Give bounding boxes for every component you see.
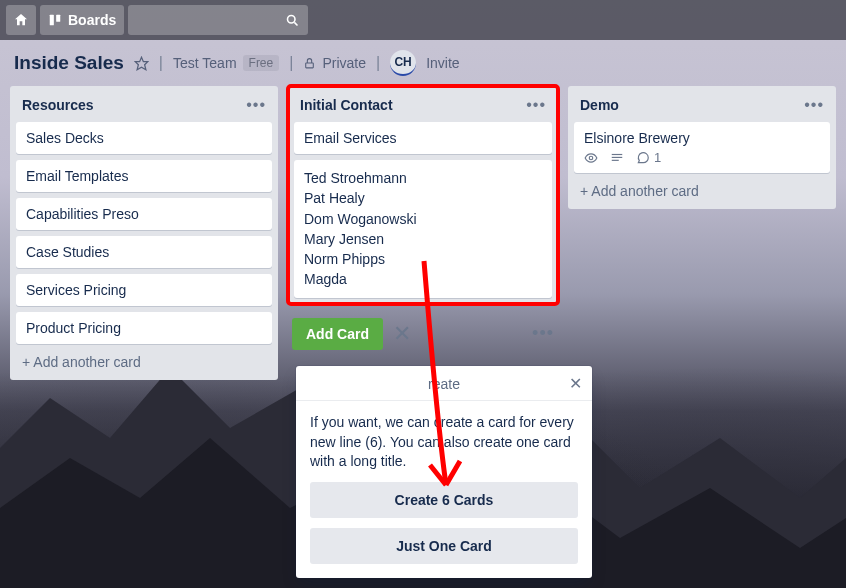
list-menu-button[interactable]: ••• [526,96,546,114]
card[interactable]: Capabilities Preso [16,198,272,230]
card[interactable]: Email Templates [16,160,272,192]
card[interactable]: Product Pricing [16,312,272,344]
card[interactable]: Sales Decks [16,122,272,154]
popup-title: reate [428,376,460,392]
svg-rect-8 [612,156,623,157]
lists-container: Resources ••• Sales Decks Email Template… [0,86,846,380]
svg-rect-1 [56,15,60,22]
svg-point-6 [589,156,593,160]
card-title: Elsinore Brewery [584,130,820,146]
add-card-button[interactable]: Add Card [292,318,383,350]
add-card-link[interactable]: Add another card [574,179,830,203]
description-icon [610,151,624,165]
card[interactable]: Elsinore Brewery 1 [574,122,830,173]
svg-rect-0 [50,15,54,26]
card[interactable]: Case Studies [16,236,272,268]
svg-marker-4 [135,57,148,70]
svg-rect-9 [612,159,619,160]
card[interactable]: Services Pricing [16,274,272,306]
team-link[interactable]: Test Team Free [173,55,279,71]
cancel-compose-button[interactable]: ✕ [393,323,411,345]
list-title[interactable]: Demo [580,97,619,113]
list-resources: Resources ••• Sales Decks Email Template… [10,86,278,380]
board-title: Inside Sales [14,52,124,74]
popup-close-button[interactable]: ✕ [569,374,582,393]
add-card-link[interactable]: Add another card [16,350,272,374]
top-bar: Boards [0,0,846,40]
list-menu-button[interactable]: ••• [246,96,266,114]
boards-icon [48,13,62,27]
home-button[interactable] [6,5,36,35]
svg-rect-5 [306,62,314,67]
svg-point-2 [288,15,296,23]
compose-title-input[interactable]: Email Services [294,122,552,154]
list-title[interactable]: Resources [22,97,94,113]
boards-button[interactable]: Boards [40,5,124,35]
create-multiple-cards-button[interactable]: Create 6 Cards [310,482,578,518]
svg-rect-7 [612,153,623,154]
board-header: Inside Sales | Test Team Free | Private … [0,40,846,86]
comments-badge: 1 [636,150,661,165]
home-icon [13,12,29,28]
avatar[interactable]: CH [390,50,416,76]
search-icon [285,13,300,28]
star-button[interactable] [134,56,149,71]
create-one-card-button[interactable]: Just One Card [310,528,578,564]
boards-label: Boards [68,12,116,28]
plan-badge: Free [243,55,280,71]
search-input[interactable] [128,5,308,35]
visibility-button[interactable]: Private [303,55,366,71]
invite-button[interactable]: Invite [426,55,459,71]
compose-actions: Add Card ✕ ••• [288,316,558,350]
compose-body-input[interactable]: Ted Stroehmann Pat Healy Dom Woganowski … [294,160,552,298]
star-icon [134,56,149,71]
svg-line-3 [295,22,298,25]
lock-icon [303,57,316,70]
create-cards-popup: reate ✕ If you want, we can create a car… [296,366,592,578]
compose-menu-button[interactable]: ••• [532,323,554,344]
list-initial-contact: Initial Contact ••• Email Services Ted S… [288,86,558,350]
list-demo: Demo ••• Elsinore Brewery 1 Add another … [568,86,836,209]
popup-body-text: If you want, we can create a card for ev… [310,413,578,472]
list-menu-button[interactable]: ••• [804,96,824,114]
popup-header: reate ✕ [296,366,592,401]
list-title[interactable]: Initial Contact [300,97,393,113]
watch-icon [584,151,598,165]
